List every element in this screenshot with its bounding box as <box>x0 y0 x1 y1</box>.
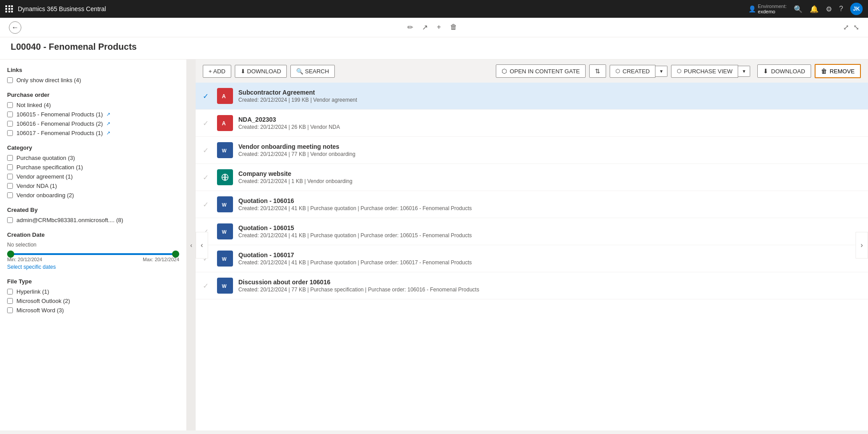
bell-icon[interactable]: 🔔 <box>810 5 819 13</box>
ft-checkbox-0[interactable] <box>7 289 13 295</box>
doc-check-8[interactable]: ✓ <box>203 282 212 290</box>
page-title-bar: L00040 - Fenomenal Products <box>0 37 868 60</box>
add-icon[interactable]: + <box>437 23 441 32</box>
cat-item-4[interactable]: Vendor onboarding (2) <box>7 192 179 199</box>
sidebar-created-by-section: Created By admin@CRMbc983381.onmicrosoft… <box>7 207 179 223</box>
cat-item-3[interactable]: Vendor NDA (1) <box>7 183 179 189</box>
window-controls: ⤢ ⤡ <box>843 23 859 32</box>
sidebar-creation-date-section: Creation Date No selection Min: 20/12/20… <box>7 231 179 270</box>
doc-check-5[interactable]: ✓ <box>203 200 212 209</box>
doc-item-4[interactable]: ✓ Company website Created: 20/12/2024 | … <box>196 164 868 191</box>
ft-checkbox-2[interactable] <box>7 307 13 313</box>
sort-button[interactable]: ⇅ <box>589 64 606 78</box>
doc-icon-3: W <box>217 142 233 158</box>
doc-check-4[interactable]: ✓ <box>203 173 212 182</box>
doc-info-1: Subcontractor Agreement Created: 20/12/2… <box>238 89 861 103</box>
external-link-icon-3[interactable]: ↗ <box>106 130 110 136</box>
sidebar-collapse-button[interactable]: ‹ <box>187 60 196 430</box>
collapse-icon[interactable]: ⤡ <box>853 23 859 32</box>
doc-item-8[interactable]: ✓ W Discussion about order 106016 Create… <box>196 272 868 299</box>
doc-name-5: Quotation - 106016 <box>238 197 861 204</box>
only-direct-links-checkbox[interactable] <box>7 77 13 83</box>
nav-left-arrow[interactable]: ‹ <box>196 232 208 259</box>
search-button[interactable]: 🔍 SEARCH <box>290 65 335 78</box>
delete-icon[interactable]: 🗑 <box>450 23 457 32</box>
doc-check-2[interactable]: ✓ <box>203 119 212 127</box>
open-content-gate-button[interactable]: ⬡ OPEN IN CONTENT GATE <box>496 64 586 78</box>
created-dropdown-group: ⬡ CREATED ▼ <box>610 65 667 78</box>
po-item-0[interactable]: Not linked (4) <box>7 102 179 108</box>
doc-name-4: Company website <box>238 170 861 177</box>
cat-checkbox-0[interactable] <box>7 155 13 161</box>
doc-info-5: Quotation - 106016 Created: 20/12/2024 |… <box>238 197 861 211</box>
svg-text:W: W <box>222 283 227 289</box>
doc-item-5[interactable]: ✓ W Quotation - 106016 Created: 20/12/20… <box>196 191 868 218</box>
created-by-checkbox-0[interactable] <box>7 217 13 223</box>
doc-item-2[interactable]: ✓ A NDA_202303 Created: 20/12/2024 | 26 … <box>196 110 868 137</box>
purchase-order-title: Purchase order <box>7 92 179 98</box>
purchase-view-label: PURCHASE VIEW <box>684 68 732 75</box>
created-by-title: Created By <box>7 207 179 213</box>
app-title: Dynamics 365 Business Central <box>18 5 744 12</box>
doc-item-1[interactable]: ✓ A Subcontractor Agreement Created: 20/… <box>196 83 868 110</box>
date-range-bar <box>7 253 179 255</box>
po-item-3[interactable]: 106017 - Fenomenal Products (1) ↗ <box>7 130 179 136</box>
doc-check-1[interactable]: ✓ <box>203 92 212 100</box>
cat-checkbox-1[interactable] <box>7 164 13 170</box>
nav-right-arrow[interactable]: › <box>856 232 868 259</box>
created-button[interactable]: ⬡ CREATED <box>610 65 655 78</box>
waffle-icon[interactable] <box>5 5 13 12</box>
ft-item-1[interactable]: Microsoft Outlook (2) <box>7 298 179 304</box>
ft-item-2[interactable]: Microsoft Word (3) <box>7 307 179 314</box>
created-by-item-0[interactable]: admin@CRMbc983381.onmicrosoft.... (8) <box>7 217 179 223</box>
created-label: CREATED <box>623 68 650 75</box>
doc-info-2: NDA_202303 Created: 20/12/2024 | 26 KB |… <box>238 116 861 130</box>
cat-label-0: Purchase quotation (3) <box>16 155 75 161</box>
toolbar-icons: ✏ ↗ + 🗑 <box>27 23 838 32</box>
cat-checkbox-2[interactable] <box>7 174 13 179</box>
po-checkbox-3[interactable] <box>7 130 13 136</box>
doc-icon-8: W <box>217 278 233 294</box>
expand-icon[interactable]: ⤢ <box>843 23 849 32</box>
back-button[interactable]: ← <box>9 21 21 34</box>
help-icon[interactable]: ? <box>839 5 843 13</box>
doc-meta-6: Created: 20/12/2024 | 41 KB | Purchase q… <box>238 232 861 239</box>
cat-item-2[interactable]: Vendor agreement (1) <box>7 173 179 180</box>
doc-item-3[interactable]: ✓ W Vendor onboarding meeting notes Crea… <box>196 137 868 164</box>
doc-item-7[interactable]: ✓ W Quotation - 106017 Created: 20/12/20… <box>196 245 868 272</box>
po-item-1[interactable]: 106015 - Fenomenal Products (1) ↗ <box>7 111 179 118</box>
created-dropdown-arrow[interactable]: ▼ <box>655 66 667 77</box>
cat-item-1[interactable]: Purchase specification (1) <box>7 164 179 171</box>
edit-icon[interactable]: ✏ <box>407 23 413 32</box>
purchase-view-button[interactable]: ⬡ PURCHASE VIEW <box>671 65 738 78</box>
po-checkbox-2[interactable] <box>7 121 13 127</box>
po-checkbox-1[interactable] <box>7 111 13 117</box>
ft-item-0[interactable]: Hyperlink (1) <box>7 288 179 295</box>
search-icon[interactable]: 🔍 <box>794 5 803 13</box>
download-button[interactable]: ⬇ DOWNLOAD <box>235 65 287 78</box>
po-item-2[interactable]: 106016 - Fenomenal Products (2) ↗ <box>7 120 179 127</box>
purchase-view-dropdown-arrow[interactable]: ▼ <box>738 66 750 77</box>
only-direct-links-item[interactable]: Only show direct links (4) <box>7 77 179 84</box>
external-link-icon-2[interactable]: ↗ <box>106 121 110 127</box>
cat-item-0[interactable]: Purchase quotation (3) <box>7 155 179 161</box>
settings-icon[interactable]: ⚙ <box>826 5 832 13</box>
doc-download-button[interactable]: ⬇ DOWNLOAD <box>757 64 811 78</box>
remove-button[interactable]: 🗑 REMOVE <box>815 64 861 78</box>
user-avatar[interactable]: JK <box>850 3 863 15</box>
select-specific-dates-link[interactable]: Select specific dates <box>7 264 179 270</box>
doc-check-3[interactable]: ✓ <box>203 146 212 155</box>
doc-icon-5: W <box>217 196 233 212</box>
external-link-icon-1[interactable]: ↗ <box>106 111 110 117</box>
cat-checkbox-3[interactable] <box>7 183 13 189</box>
share-icon[interactable]: ↗ <box>422 23 428 32</box>
cat-checkbox-4[interactable] <box>7 192 13 198</box>
doc-item-6[interactable]: ✓ W Quotation - 106015 Created: 20/12/20… <box>196 218 868 245</box>
po-checkbox-0[interactable] <box>7 102 13 108</box>
date-range-thumb-left[interactable] <box>7 251 14 258</box>
action-bar: + ADD ⬇ DOWNLOAD 🔍 SEARCH ⬡ OPEN IN CONT… <box>196 60 868 83</box>
date-range-thumb-right[interactable] <box>172 251 179 258</box>
ft-checkbox-1[interactable] <box>7 298 13 304</box>
sidebar-purchase-order-section: Purchase order Not linked (4) 106015 - F… <box>7 92 179 136</box>
add-button[interactable]: + ADD <box>203 65 231 78</box>
